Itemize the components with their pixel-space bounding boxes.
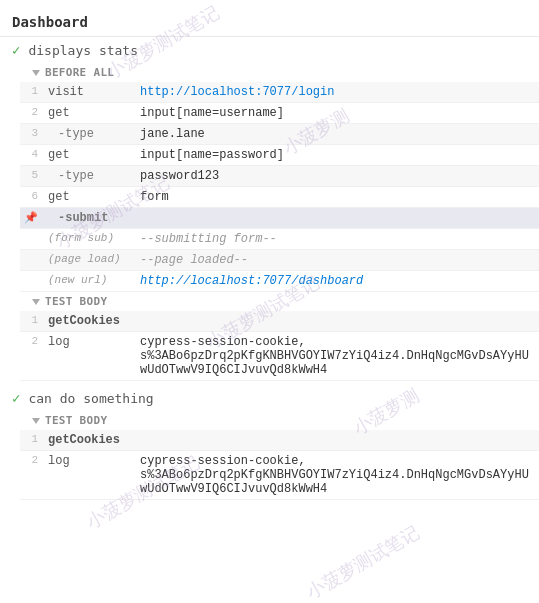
before-all-header: BEFORE ALL [20,63,539,82]
cmd-cell: log [44,332,134,381]
line-num: 1 [20,311,44,332]
val-cell: password123 [134,166,539,187]
val-cell: --page loaded-- [134,250,539,271]
page-wrapper: Dashboard ✓ displays stats BEFORE ALL 1 … [0,0,539,512]
line-num: 2 [20,103,44,124]
line-num: 2 [20,451,44,500]
test-body-section-1: TEST BODY 1 getCookies 2 log cypress-ses… [20,292,539,381]
page-title: Dashboard [12,14,88,30]
test-body-header-1: TEST BODY [20,292,539,311]
line-num: 1 [20,430,44,451]
line-num: 3 [20,124,44,145]
suite-row-2: ✓ can do something [0,385,539,411]
table-row: 4 get input[name=password] [20,145,539,166]
table-row: 📌 -submit [20,208,539,229]
cmd-cell: getCookies [44,311,134,332]
pass-icon: ✓ [12,42,20,58]
line-num: 1 [20,82,44,103]
table-row: 1 visit http://localhost:7077/login [20,82,539,103]
val-cell: http://localhost:7077/login [134,82,539,103]
pass-icon-2: ✓ [12,390,20,406]
line-num: 2 [20,332,44,381]
test-body-label-2: TEST BODY [45,414,107,427]
before-all-label: BEFORE ALL [45,66,114,79]
cmd-cell: get [44,187,134,208]
suite-title-2: can do something [28,391,153,406]
val-cell: --submitting form-- [134,229,539,250]
cmd-cell: -submit [44,208,134,229]
test-body-header-2: TEST BODY [20,411,539,430]
line-num: 📌 [20,208,44,229]
test-body-table-1: 1 getCookies 2 log cypress-session-cooki… [20,311,539,381]
val-cell: input[name=password] [134,145,539,166]
val-cell [134,430,539,451]
suite-block-2: ✓ can do something TEST BODY 1 getCookie… [0,385,539,500]
suite-block-1: ✓ displays stats BEFORE ALL 1 visit http… [0,37,539,381]
val-cell: form [134,187,539,208]
val-cell: cypress-session-cookie, s%3ABo6pzDrq2pKf… [134,451,539,500]
table-row: 2 log cypress-session-cookie, s%3ABo6pzD… [20,332,539,381]
suite-title-1: displays stats [28,43,138,58]
table-row: (new url) http://localhost:7077/dashboar… [20,271,539,292]
before-all-table: 1 visit http://localhost:7077/login 2 ge… [20,82,539,292]
cmd-cell: -type [44,124,134,145]
collapse-icon-2[interactable] [32,418,40,424]
line-num [20,250,44,271]
val-cell [134,311,539,332]
test-body-table-2: 1 getCookies 2 log cypress-session-cooki… [20,430,539,500]
table-row: 1 getCookies [20,311,539,332]
table-row: (form sub) --submitting form-- [20,229,539,250]
cmd-cell: get [44,145,134,166]
cmd-cell: (page load) [44,250,134,271]
cmd-cell: (new url) [44,271,134,292]
line-num: 5 [20,166,44,187]
table-row: 5 -type password123 [20,166,539,187]
table-row: 3 -type jane.lane [20,124,539,145]
val-cell: cypress-session-cookie, s%3ABo6pzDrq2pKf… [134,332,539,381]
pin-icon: 📌 [24,212,38,224]
table-row: 6 get form [20,187,539,208]
collapse-icon[interactable] [32,299,40,305]
cmd-cell: getCookies [44,430,134,451]
test-body-label-1: TEST BODY [45,295,107,308]
table-row: 2 log cypress-session-cookie, s%3ABo6pzD… [20,451,539,500]
before-all-section: BEFORE ALL 1 visit http://localhost:7077… [20,63,539,292]
collapse-icon[interactable] [32,70,40,76]
table-row: 1 getCookies [20,430,539,451]
val-cell: jane.lane [134,124,539,145]
line-num [20,271,44,292]
cmd-cell: log [44,451,134,500]
table-row: 2 get input[name=username] [20,103,539,124]
dashboard-header: Dashboard [0,8,539,37]
cmd-cell: get [44,103,134,124]
table-row: (page load) --page loaded-- [20,250,539,271]
line-num: 4 [20,145,44,166]
cmd-cell: (form sub) [44,229,134,250]
test-body-section-2: TEST BODY 1 getCookies 2 log cypress-ses… [20,411,539,500]
suite-row-1: ✓ displays stats [0,37,539,63]
line-num: 6 [20,187,44,208]
line-num [20,229,44,250]
cmd-cell: -type [44,166,134,187]
cmd-cell: visit [44,82,134,103]
val-cell: http://localhost:7077/dashboard [134,271,539,292]
val-cell [134,208,539,229]
val-cell: input[name=username] [134,103,539,124]
